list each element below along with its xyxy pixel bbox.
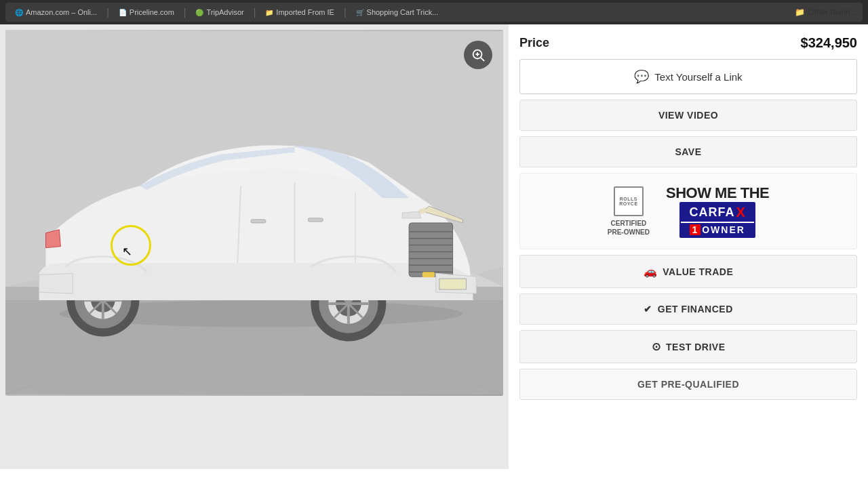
tab-sep-1: | xyxy=(106,7,109,18)
rolls-badge: ROLLS ROYCE CERTIFIED PRE-OWNED xyxy=(608,186,650,237)
content-area: ↖ Price $324,950 💬 Text Yourself a Link xyxy=(0,24,868,469)
show-me-the-text: SHOW ME THE xyxy=(666,184,769,202)
folder-icon: 📁 xyxy=(795,7,805,17)
value-trade-button[interactable]: 🚗 VALUE TRADE xyxy=(519,255,857,288)
tab-sep-3: | xyxy=(254,7,256,18)
car-scene-svg xyxy=(5,30,503,396)
tab-sep-2: | xyxy=(184,7,186,18)
rolls-logo: ROLLS ROYCE xyxy=(614,186,644,216)
svg-line-41 xyxy=(481,58,484,61)
svg-rect-38 xyxy=(439,279,467,289)
tab-shopping-cart[interactable]: 🛒 Shopping Cart Trick... xyxy=(352,7,443,18)
priceline-favicon: 📄 xyxy=(119,9,127,16)
svg-rect-29 xyxy=(409,223,452,277)
cart-favicon: 🛒 xyxy=(356,9,364,16)
car-image-section: ↖ xyxy=(0,24,509,469)
get-prequalified-button[interactable]: GET PRE-QUALIFIED xyxy=(519,369,857,400)
carfax-bottom: 1OWNER xyxy=(681,222,753,237)
message-icon: 💬 xyxy=(634,69,649,84)
tab-sep-4: | xyxy=(344,7,347,18)
svg-rect-27 xyxy=(251,220,266,223)
browser-chrome: 🌐 Amazon.com – Onli... | 📄 Priceline.com… xyxy=(0,0,868,24)
carfax-box: CARFAX 1OWNER xyxy=(679,202,755,238)
carfax-section: ROLLS ROYCE CERTIFIED PRE-OWNED SHOW ME … xyxy=(519,173,857,249)
view-video-button[interactable]: VIEW VIDEO xyxy=(519,100,857,131)
carfax-logo[interactable]: SHOW ME THE CARFAX 1OWNER xyxy=(666,184,769,238)
tab-tripadvisor[interactable]: 🟢 TripAdvisor xyxy=(191,7,248,18)
test-drive-button[interactable]: ⊙ TEST DRIVE xyxy=(519,330,857,363)
other-favorites[interactable]: 📁 Other favori... xyxy=(795,7,857,17)
amazon-favicon: 🌐 xyxy=(15,9,23,16)
carfax-top: CARFAX xyxy=(681,203,753,222)
zoom-icon xyxy=(471,47,486,62)
get-financed-button[interactable]: ✔ GET FINANCED xyxy=(519,293,857,325)
text-link-button[interactable]: 💬 Text Yourself a Link xyxy=(519,59,857,94)
tab-priceline[interactable]: 📄 Priceline.com xyxy=(115,7,178,18)
car-icon: 🚗 xyxy=(644,265,658,278)
steering-icon: ⊙ xyxy=(652,340,661,353)
price-row: Price $324,950 xyxy=(519,33,857,54)
price-value: $324,950 xyxy=(801,35,857,51)
checkmark-icon: ✔ xyxy=(644,304,652,314)
svg-rect-28 xyxy=(308,218,323,222)
right-panel: Price $324,950 💬 Text Yourself a Link VI… xyxy=(509,24,868,469)
browser-tabs-bar: 🌐 Amazon.com – Onli... | 📄 Priceline.com… xyxy=(5,3,863,22)
save-button[interactable]: SAVE xyxy=(519,136,857,167)
ie-favicon: 📁 xyxy=(265,9,273,16)
certified-text: CERTIFIED PRE-OWNED xyxy=(608,219,650,237)
zoom-button[interactable] xyxy=(464,41,492,69)
car-image-container: ↖ xyxy=(5,30,503,396)
tab-amazon[interactable]: 🌐 Amazon.com – Onli... xyxy=(11,7,101,18)
tripadvisor-favicon: 🟢 xyxy=(195,9,203,16)
price-label: Price xyxy=(519,36,549,50)
tab-imported-ie[interactable]: 📁 Imported From IE xyxy=(261,7,338,18)
svg-rect-39 xyxy=(422,272,435,277)
